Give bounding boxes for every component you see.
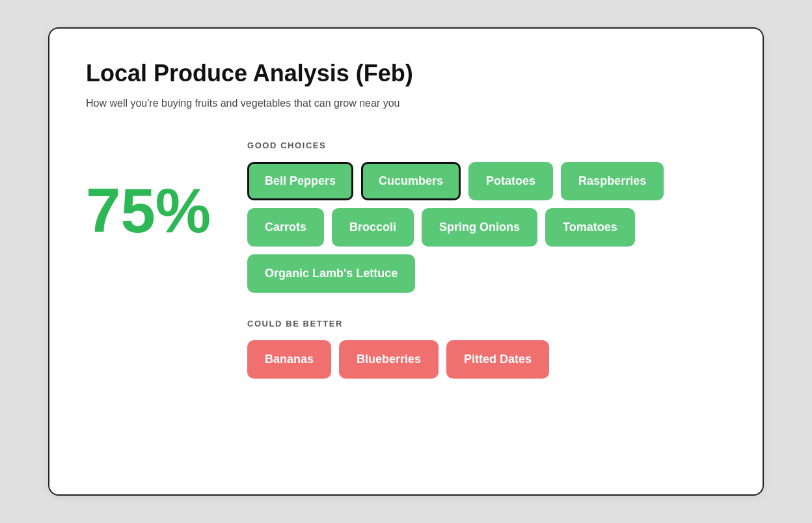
categories-area: GOOD CHOICES Bell PeppersCucumbersPotato… bbox=[247, 141, 726, 405]
tag-cucumbers[interactable]: Cucumbers bbox=[361, 162, 461, 200]
could-be-better-label: COULD BE BETTER bbox=[247, 319, 726, 329]
could-be-better-tags: BananasBlueberriesPitted Dates bbox=[247, 340, 726, 379]
content-area: 75% GOOD CHOICES Bell PeppersCucumbersPo… bbox=[86, 141, 726, 405]
tag-spring-onions[interactable]: Spring Onions bbox=[422, 208, 537, 247]
tag-raspberries[interactable]: Raspberries bbox=[561, 162, 664, 200]
page-subtitle: How well you're buying fruits and vegeta… bbox=[86, 98, 726, 109]
tag-organic-lambs-lettuce[interactable]: Organic Lamb's Lettuce bbox=[247, 254, 415, 293]
good-choices-label: GOOD CHOICES bbox=[247, 141, 726, 150]
tag-blueberries[interactable]: Blueberries bbox=[339, 340, 439, 379]
tag-carrots[interactable]: Carrots bbox=[247, 208, 324, 247]
tag-potatoes[interactable]: Potatoes bbox=[468, 162, 553, 200]
main-card: Local Produce Analysis (Feb) How well yo… bbox=[48, 27, 764, 496]
good-choices-section: GOOD CHOICES Bell PeppersCucumbersPotato… bbox=[247, 141, 726, 293]
tag-bell-peppers[interactable]: Bell Peppers bbox=[247, 162, 353, 200]
percentage-display: 75% bbox=[86, 141, 216, 242]
tag-bananas[interactable]: Bananas bbox=[247, 340, 331, 379]
page-title: Local Produce Analysis (Feb) bbox=[86, 60, 726, 87]
tag-tomatoes[interactable]: Tomatoes bbox=[545, 208, 635, 247]
good-choices-tags: Bell PeppersCucumbersPotatoesRaspberries… bbox=[247, 162, 726, 293]
could-be-better-section: COULD BE BETTER BananasBlueberriesPitted… bbox=[247, 319, 726, 379]
tag-pitted-dates[interactable]: Pitted Dates bbox=[446, 340, 549, 379]
tag-broccoli[interactable]: Broccoli bbox=[332, 208, 414, 247]
